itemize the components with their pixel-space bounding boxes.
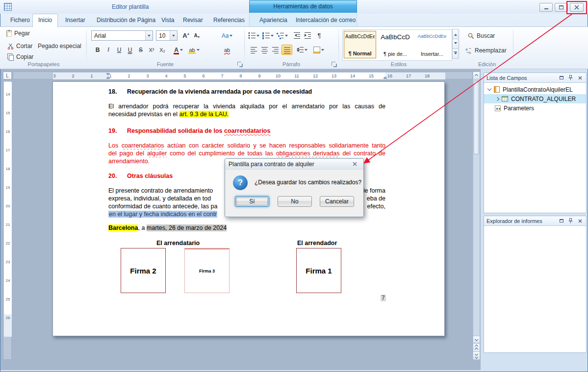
cancel-button[interactable]: Cancelar: [320, 196, 354, 207]
paste-icon: [6, 30, 12, 37]
font-size-dropdown[interactable]: [170, 31, 177, 40]
style-item-insertar[interactable]: AaBbCcDdEe Insertar...: [414, 31, 450, 58]
tree-item-plantilla[interactable]: PlantillaContratoAlquilerEL: [484, 85, 586, 94]
italic-button[interactable]: I: [103, 45, 114, 55]
tab-fichero[interactable]: Fichero: [5, 14, 35, 26]
numbered-list-button[interactable]: [261, 30, 275, 41]
tab-vista[interactable]: Vista: [156, 14, 179, 26]
gallery-scroll-up-button[interactable]: [452, 29, 459, 39]
font-family-dropdown[interactable]: [145, 31, 153, 40]
panel-pin-button[interactable]: [567, 74, 574, 81]
panel-close-button[interactable]: [576, 218, 584, 224]
tab-intercalacion[interactable]: Intercalación de correo: [290, 14, 361, 26]
ruler-number: 19: [3, 178, 12, 197]
no-button[interactable]: No: [278, 196, 312, 207]
superscript-button[interactable]: X²: [146, 45, 157, 55]
tab-stop-selector[interactable]: L: [3, 72, 12, 79]
justify-button[interactable]: [281, 45, 292, 55]
panel-close-button[interactable]: [576, 74, 584, 81]
tab-referencias[interactable]: Referencias: [208, 14, 250, 26]
change-case-icon: Aa: [222, 32, 229, 39]
previous-page-button[interactable]: [473, 344, 480, 352]
styles-gallery: AaBbCcDdEe ¶ Normal AaBbCcD ¶ pie de... …: [342, 29, 452, 61]
panel-pin-button[interactable]: [567, 218, 574, 224]
tree-item-parameters[interactable]: Parameters: [484, 103, 586, 113]
change-case-button[interactable]: Aa: [220, 30, 234, 41]
paste-special-button[interactable]: Pegado especial: [36, 42, 83, 50]
font-family-combo[interactable]: Arial: [91, 30, 153, 41]
signature-box-firma1[interactable]: Firma 1: [296, 248, 341, 293]
multilevel-list-button[interactable]: [276, 30, 289, 41]
maximize-icon: [559, 5, 563, 9]
signature-label-right: El arrendador: [297, 240, 337, 247]
tab-distribucion[interactable]: Distribución de Página: [91, 14, 161, 26]
panel-close-icon: [578, 76, 582, 80]
scroll-down-button[interactable]: [473, 336, 480, 343]
clear-formatting-button[interactable]: ab: [222, 45, 232, 55]
vertical-scrollbar[interactable]: [473, 72, 480, 360]
group-separator: [244, 29, 245, 61]
increase-indent-button[interactable]: [302, 30, 313, 41]
date-line: Barcelona, a martes, 26 de marzo de 2024: [108, 224, 385, 232]
font-color-button[interactable]: A: [172, 45, 185, 55]
copy-label: Copiar: [16, 53, 33, 60]
bold-button[interactable]: B: [92, 45, 103, 55]
scrollbar-thumb[interactable]: [474, 81, 479, 154]
multilevel-list-icon: [277, 32, 284, 39]
style-item-pie[interactable]: AaBbCcD ¶ pie de...: [378, 31, 413, 58]
vertical-ruler[interactable]: 14151617181920212223242526: [3, 80, 12, 360]
font-size-combo[interactable]: 10: [156, 30, 178, 41]
tab-revisar[interactable]: Revisar: [178, 14, 208, 26]
find-button[interactable]: Buscar: [466, 32, 496, 40]
bullet-list-button[interactable]: [247, 30, 260, 41]
align-right-button[interactable]: [270, 45, 281, 55]
dialog-body: ? ¿Desea guardar los cambios realizados?…: [225, 170, 363, 217]
style-item-normal[interactable]: AaBbCcDdEe ¶ Normal: [344, 31, 376, 58]
gallery-expand-button[interactable]: [452, 49, 459, 59]
yes-button[interactable]: Sí: [235, 196, 269, 207]
dialog-close-button[interactable]: [349, 160, 360, 168]
signature-box-firma3[interactable]: Firma 3: [184, 248, 230, 293]
app-icon[interactable]: [4, 3, 12, 11]
close-button[interactable]: [570, 3, 584, 12]
tree-item-label: Parameters: [504, 105, 534, 112]
decrease-indent-button[interactable]: [291, 30, 302, 41]
align-left-button[interactable]: [248, 45, 259, 55]
panel-maximize-button[interactable]: [558, 74, 565, 81]
paste-button[interactable]: Pegar: [5, 29, 31, 37]
scroll-up-button[interactable]: [473, 72, 480, 79]
underline-button[interactable]: U: [114, 45, 125, 55]
gallery-scroll-down-button[interactable]: [452, 39, 459, 49]
highlight-button[interactable]: ab: [187, 45, 201, 55]
find-label: Buscar: [477, 32, 495, 39]
chevron-down-icon: [197, 49, 200, 51]
maximize-button[interactable]: [555, 3, 568, 12]
horizontal-ruler[interactable]: 321123456789101112131415161718: [13, 72, 473, 79]
tab-apariencia[interactable]: Apariencia: [254, 14, 293, 26]
tree-item-contrato-alquiler[interactable]: CONTRATO_ALQUILER: [484, 94, 586, 103]
show-marks-button[interactable]: ¶: [314, 30, 325, 41]
cut-label: Cortar: [16, 43, 32, 50]
replace-button[interactable]: a b Reemplazar: [464, 47, 508, 54]
panel-maximize-button[interactable]: [558, 218, 565, 224]
text-run: Los: [108, 142, 122, 149]
subscript-button[interactable]: X₂: [157, 45, 168, 55]
shrink-font-button[interactable]: A: [191, 30, 202, 41]
strikethrough-button[interactable]: S: [135, 45, 146, 55]
tab-insertar[interactable]: Insertar: [60, 14, 91, 26]
minimize-button[interactable]: [539, 3, 553, 12]
cut-button[interactable]: Cortar: [6, 42, 34, 50]
text-run: conformidad de cuanto antecede, las pa: [108, 202, 217, 210]
chevron-down-icon: [487, 87, 491, 91]
signature-box-firma2[interactable]: Firma 2: [121, 248, 166, 293]
document-canvas[interactable]: 18. Recuperación de la vivienda arrendad…: [12, 79, 473, 360]
line-spacing-button[interactable]: [295, 45, 308, 55]
svg-text:a: a: [465, 47, 468, 51]
tab-inicio[interactable]: Inicio: [32, 14, 58, 27]
double-underline-button[interactable]: U: [125, 45, 135, 55]
align-center-button[interactable]: [259, 45, 270, 55]
next-page-button[interactable]: [473, 352, 480, 360]
copy-button[interactable]: Copiar: [6, 53, 35, 61]
shading-button[interactable]: [312, 45, 325, 55]
grow-font-button[interactable]: A: [180, 30, 191, 41]
